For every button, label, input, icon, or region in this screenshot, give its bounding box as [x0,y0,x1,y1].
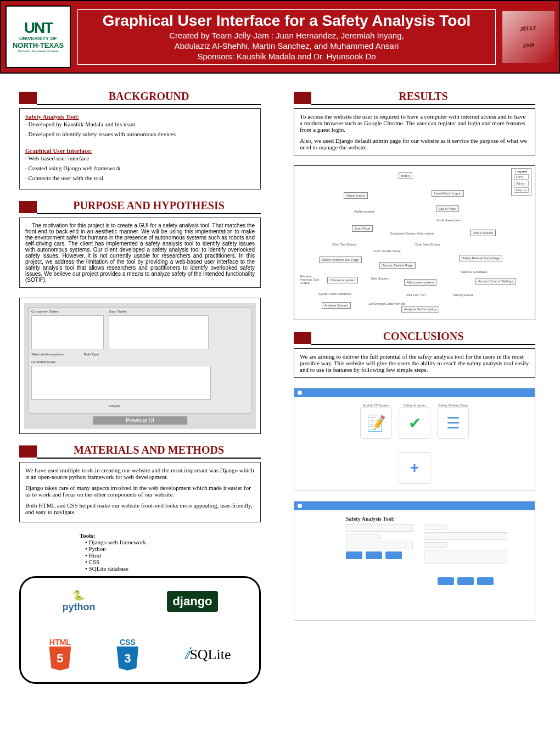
conclusions-title: CONCLUSIONS [311,330,535,345]
ui-mock-topbar [294,501,535,510]
fc-sysdetails: System Details Page [379,262,416,269]
css3-label: CSS [120,638,136,646]
django-logo: django [167,591,217,612]
fc-newsys: New System [368,276,391,281]
card-label: Models Of System [360,404,392,407]
bg-h1: Safety Analysis Tool: [25,113,255,120]
purpose-box: The motivation for this project is to cr… [19,218,261,288]
fc-wrongfmt: Wrong format [451,292,475,298]
fc-loginpage: Log in Page [436,205,459,212]
sqlite-logo: ⅈSQLite [184,645,231,663]
logo-text: UNT [24,21,53,35]
fc-access: Access Control Settings [475,278,516,285]
materials-p2: Django takes care of many aspects involv… [25,484,255,498]
legend-title: Legend [514,170,529,173]
background-box: Safety Analysis Tool: · Developed by Kau… [19,108,261,189]
tool-item: • SQLite database [85,565,261,572]
poster-sponsors: Sponsors: Kaushik Madala and Dr. Hyunsoo… [82,52,491,61]
avatar-icon [298,504,302,508]
form-input [424,532,507,540]
list-icon: ☰ [437,407,469,439]
python-label: python [62,601,95,612]
fc-analyze: Analyze System [322,302,351,309]
tool-item: • Django web framework [85,539,261,545]
fc-save: Save to Database [459,269,490,275]
form-left: Safety Analysis Tool: [346,516,413,615]
results-p2: Also, we used Django default admin page … [300,137,529,150]
fc-output: Receive Analysis Tool Output [298,274,324,286]
conclusions-text: We are aiming to deliver the full potent… [300,353,529,373]
form-btn [366,551,382,559]
poster-title: Graphical User Interface for a Safety An… [82,12,491,30]
background-header: BACKGROUND [19,90,261,105]
tool-item: • Python [85,545,261,552]
poster-body: BACKGROUND Safety Analysis Tool: · Devel… [0,74,560,700]
purpose-text: The motivation for this project is to cr… [25,222,255,283]
card-safety-data: Safety Related Data ☰ [437,404,469,439]
legend-popup: Pop up [514,187,529,193]
fc-addtxt: Add from TxT [404,292,428,298]
fc-noauth: No Authentication [434,218,464,223]
materials-header: MATERIALS AND METHODS [19,444,261,459]
form-btn [385,551,402,559]
form-buttons-row [346,551,413,559]
results-header: RESULTS [294,90,535,105]
fc-choose: Choose a system [327,277,358,283]
fc-satool: Safety Analysis tool Page [319,257,362,263]
form-right [424,516,507,615]
fc-guest: Guest Log in [344,192,368,199]
conclusions-header: CONCLUSIONS [294,330,535,345]
form-btn [457,577,474,585]
check-icon: ✔ [399,407,430,439]
red-accent [19,201,37,213]
unt-logo: UNT UNIVERSITY OF NORTH·TEXAS Discover t… [5,5,71,68]
form-buttons-row [424,577,507,585]
fc-pick: Pick a system [470,230,496,236]
card-label: Safety Analysis [399,404,430,407]
fc-analyzefile: Analyze file formatting [401,306,439,313]
team-logo: JELLY JAM [502,11,555,63]
team-logo-top: JELLY [520,25,537,32]
form-label [424,542,447,548]
materials-box: We have used multiple tools in creating … [19,462,261,522]
legend-html: Html [514,174,529,180]
bg-l5: · Connects the user with the tool [25,175,255,181]
fc-clicktool: Click Tool Button [330,242,359,247]
card-models: Models Of System 📝 [360,404,392,439]
bg-l3: · Web-based user interface [25,155,255,161]
ui-mock-form-body: Safety Analysis Tool: [294,510,535,620]
red-accent [294,92,311,104]
tool-item: • Html [85,552,261,559]
form-label [424,525,447,530]
red-accent [19,92,37,104]
bg-l2: · Developed to identify safety issues wi… [25,131,255,137]
previous-ui-caption: Previous UI [93,416,187,425]
ui-mock-form: Safety Analysis Tool: [294,501,535,621]
card-safety-analysis: Safety Analysis ✔ [399,404,430,439]
form-textarea [424,550,507,564]
ui-mock-topbar [294,388,535,397]
bg-l1: · Developed by Kaushik Madala and his te… [25,121,255,127]
team-logo-bottom: JAM [522,42,534,49]
fc-download: Download System Information [388,231,436,236]
form-input [346,542,413,549]
flowchart-legend: Legend Html Admin Pop up [511,168,531,196]
legend-admin: Admin [514,181,529,186]
fc-clickdetails: Click Details button [371,248,404,254]
form-btn [346,551,362,559]
form-input [346,524,413,532]
css3-logo: CSS 3 [116,638,138,671]
materials-p1: We have used multiple tools in creating … [25,467,255,480]
html5-logo: HTML 5 [49,638,71,671]
form-title: Safety Analysis Tool: [346,516,413,522]
poster-authors-1: Created by Team Jelly-Jam : Juan Hernand… [82,31,491,40]
fc-useradmin: User/Admin Log in [432,190,464,197]
logo-line2: UNIVERSITY OF [19,36,57,41]
html5-label: HTML [49,638,71,646]
poster-header: UNT UNIVERSITY OF NORTH·TEXAS Discover t… [0,0,560,74]
red-accent [294,332,311,344]
fc-srdata: Safety Related Data Page [459,255,502,261]
bg-l4: · Created using Django web framework [25,165,255,171]
logo-line3: NORTH·TEXAS [13,41,64,49]
form-btn [477,577,494,585]
